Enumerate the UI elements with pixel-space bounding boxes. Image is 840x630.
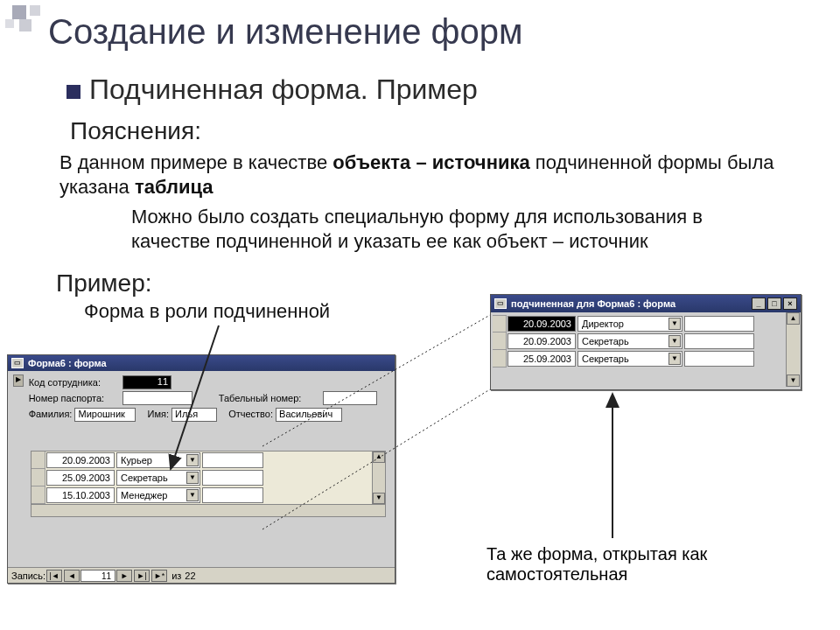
field-code[interactable]: 11 (122, 375, 172, 389)
table-row: 15.10.2003 Менеджер▼ (32, 486, 385, 504)
table-row: 20.09.2003 Директор▼ (493, 315, 799, 332)
cell-date[interactable]: 25.09.2003 (46, 470, 115, 486)
scroll-down-icon[interactable]: ▼ (373, 493, 385, 504)
cell-date[interactable]: 20.09.2003 (508, 316, 576, 332)
table-row: 25.09.2003 Секретарь▼ (493, 350, 799, 368)
label-patr: Отчество: (228, 409, 273, 419)
maximize-button[interactable]: □ (767, 298, 781, 310)
window-title: Форма6 : форма (28, 358, 107, 368)
titlebar[interactable]: ▭ подчиненная для Форма6 : форма _ □ × (491, 295, 801, 312)
caption-same-form: Та же форма, открытая как самостоятельна… (486, 544, 802, 584)
window-title: подчиненная для Форма6 : форма (511, 298, 676, 309)
caption-role: Форма в роли подчиненной (84, 299, 330, 324)
cell-empty[interactable] (684, 316, 754, 332)
field-passport[interactable] (122, 391, 192, 405)
scroll-down-icon[interactable]: ▼ (787, 374, 800, 387)
form-fields: Код сотрудника: 11 Номер паспорта: Табел… (27, 374, 389, 423)
close-button[interactable]: × (783, 298, 797, 310)
row-selector[interactable] (32, 452, 46, 469)
explanations-heading: Пояснения: (70, 117, 201, 145)
cell-date[interactable]: 20.09.2003 (46, 452, 115, 468)
cell-empty[interactable] (202, 470, 263, 486)
cell-empty[interactable] (684, 351, 754, 367)
deco-square (5, 19, 14, 28)
nav-total: 22 (185, 570, 195, 581)
slide-title: Создание и изменение форм (48, 12, 522, 52)
cell-job[interactable]: Менеджер▼ (116, 487, 200, 503)
label-tab: Табельный номер: (208, 390, 321, 406)
text: В данном примере в качестве (60, 151, 332, 173)
text: Менеджер (121, 490, 167, 500)
nav-prev-button[interactable]: ◄ (64, 570, 80, 582)
label-name: Имя: (148, 409, 169, 419)
cell-job[interactable]: Секретарь▼ (578, 351, 682, 367)
label-code: Код сотрудника: (27, 374, 121, 390)
row-selector[interactable] (493, 350, 507, 368)
cell-job[interactable]: Секретарь▼ (116, 470, 200, 486)
nav-next-button[interactable]: ► (116, 570, 132, 582)
scroll-up-icon[interactable]: ▲ (373, 452, 385, 463)
bullet-icon (66, 85, 80, 99)
text-bold: таблица (135, 176, 214, 198)
row-selector[interactable] (493, 332, 507, 350)
cell-date[interactable]: 20.09.2003 (508, 333, 576, 349)
scroll-track[interactable] (787, 325, 800, 374)
table-row: 20.09.2003 Курьер▼ (32, 452, 385, 469)
dropdown-icon[interactable]: ▼ (186, 454, 199, 466)
nav-first-button[interactable]: |◄ (46, 570, 62, 582)
cell-date[interactable]: 15.10.2003 (46, 487, 115, 503)
nav-last-button[interactable]: ►| (134, 570, 150, 582)
table-row: 20.09.2003 Секретарь▼ (493, 332, 799, 350)
field-patr[interactable]: Васильевич (276, 408, 342, 422)
cell-job[interactable]: Курьер▼ (116, 452, 200, 468)
nav-new-button[interactable]: ►* (151, 570, 167, 582)
paragraph-1: В данном примере в качестве объекта – ис… (60, 150, 777, 199)
cell-date[interactable]: 25.09.2003 (508, 351, 576, 367)
titlebar[interactable]: ▭ Форма6 : форма (8, 355, 395, 371)
cell-empty[interactable] (202, 452, 263, 468)
window-subform: ▭ подчиненная для Форма6 : форма _ □ × 2… (490, 294, 802, 390)
dropdown-icon[interactable]: ▼ (668, 353, 681, 365)
table-row: 25.09.2003 Секретарь▼ (32, 469, 385, 486)
dropdown-icon[interactable]: ▼ (668, 335, 681, 347)
text: Секретарь (121, 472, 168, 483)
cell-job[interactable]: Секретарь▼ (578, 333, 682, 349)
scrollbar-vertical[interactable]: ▲ ▼ (786, 312, 800, 387)
minimize-button[interactable]: _ (752, 298, 766, 310)
text-bold: объекта – источника (332, 151, 529, 173)
record-navigator: Запись: |◄ ◄ 11 ► ►| ►* из 22 (8, 567, 395, 583)
text: Секретарь (582, 354, 629, 364)
deco-square (19, 19, 32, 32)
cell-empty[interactable] (202, 487, 263, 503)
dropdown-icon[interactable]: ▼ (186, 472, 199, 484)
dropdown-icon[interactable]: ▼ (186, 489, 199, 501)
example-heading: Пример: (56, 270, 152, 298)
field-tab[interactable] (323, 391, 377, 405)
dropdown-icon[interactable]: ▼ (668, 318, 681, 330)
scrollbar-vertical[interactable]: ▲ ▼ (372, 452, 385, 504)
nav-of-label: из (172, 570, 181, 581)
slide-subtitle: Подчиненная форма. Пример (89, 74, 478, 106)
form-icon: ▭ (494, 298, 507, 309)
nav-current-field[interactable]: 11 (80, 570, 116, 582)
paragraph-2: Можно было создать специальную форму для… (131, 205, 779, 253)
deco-square (12, 5, 26, 19)
field-fam[interactable]: Мирошник (74, 408, 136, 422)
field-name[interactable]: Илья (172, 408, 217, 422)
form-icon: ▭ (11, 358, 24, 368)
text: Директор (582, 318, 624, 329)
record-label: Запись: (11, 570, 46, 581)
row-selector[interactable] (32, 486, 46, 504)
record-selector-icon[interactable]: ▶ (13, 374, 24, 387)
subform-nav (32, 504, 385, 516)
text: Курьер (121, 455, 152, 466)
row-selector[interactable] (493, 315, 507, 332)
text: Секретарь (582, 336, 629, 346)
window-main-form: ▭ Форма6 : форма ▶ Код сотрудника: 11 Но… (7, 354, 396, 584)
scroll-up-icon[interactable]: ▲ (787, 312, 800, 325)
cell-job[interactable]: Директор▼ (578, 316, 682, 332)
cell-empty[interactable] (684, 333, 754, 349)
label-passport: Номер паспорта: (27, 390, 121, 406)
subform-grid: 20.09.2003 Курьер▼ 25.09.2003 Секретарь▼… (31, 451, 386, 517)
row-selector[interactable] (32, 469, 46, 486)
